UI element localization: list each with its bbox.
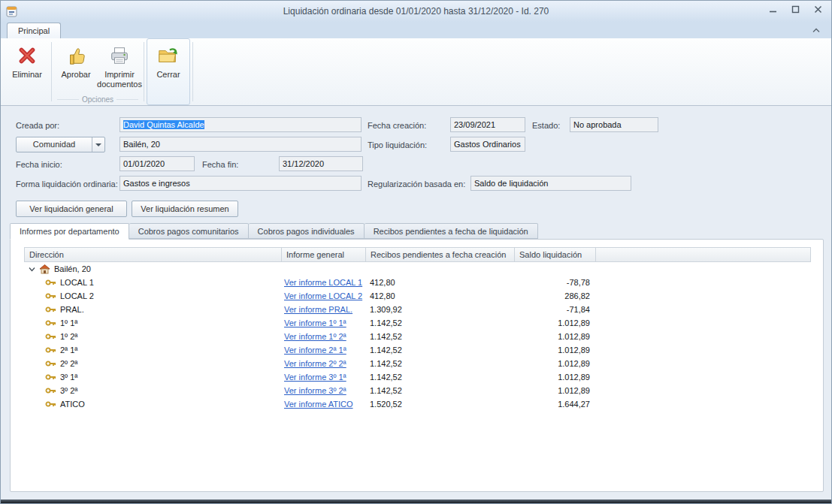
delete-x-icon: [15, 44, 39, 68]
fecha-fin-field[interactable]: 31/12/2020: [279, 156, 363, 171]
row-direccion-label: 2ª 1ª: [60, 346, 77, 355]
regularizacion-field[interactable]: Saldo de liquidación: [470, 176, 631, 191]
eliminar-label: Eliminar: [12, 70, 42, 80]
key-icon: [45, 373, 56, 381]
fecha-fin-label: Fecha fin:: [202, 157, 238, 172]
row-direccion-label: 3º 1ª: [60, 373, 77, 382]
table-row[interactable]: PRAL. Ver informe PRAL. 1.309,92 -71,84: [24, 303, 811, 316]
table-row[interactable]: LOCAL 2 Ver informe LOCAL 2 412,80 286,8…: [24, 289, 811, 303]
saldo-value: 1.012,89: [514, 346, 595, 355]
ribbon-tab-row: Principal: [1, 22, 831, 38]
comunidad-button[interactable]: Comunidad: [16, 137, 105, 152]
key-icon: [45, 279, 56, 286]
creada-por-field[interactable]: David Quintas Alcalde: [120, 117, 362, 132]
group-label: Bailén, 20: [54, 264, 91, 273]
table-row[interactable]: 3º 2ª Ver informe 3º 2ª 1.142,52 1.012,8…: [24, 384, 811, 397]
expand-chevron-icon[interactable]: [29, 267, 35, 272]
tab-recibos-pendientes[interactable]: Recibos pendientes a fecha de liquidació…: [365, 223, 538, 239]
recibos-value: 1.142,52: [365, 346, 514, 355]
saldo-value: -78,78: [514, 278, 595, 287]
creada-por-label: Creada por:: [16, 118, 59, 133]
recibos-value: 412,80: [365, 291, 514, 300]
table-row[interactable]: ATICO Ver informe ATICO 1.520,52 1.644,2…: [24, 397, 811, 411]
ver-informe-link[interactable]: Ver informe ATICO: [284, 400, 353, 409]
col-filler: [596, 248, 810, 261]
window-title: Liquidación ordinaria desde 01/01/2020 h…: [1, 6, 831, 17]
saldo-value: 1.012,89: [514, 386, 595, 395]
eliminar-button[interactable]: Eliminar: [5, 38, 49, 105]
imprimir-documentos-button[interactable]: Imprimir documentos: [98, 38, 141, 94]
close-folder-icon: [156, 44, 180, 68]
table-row[interactable]: LOCAL 1 Ver informe LOCAL 1 412,80 -78,7…: [24, 276, 811, 289]
aprobar-label: Aprobar: [61, 70, 90, 80]
recibos-value: 1.142,52: [365, 332, 514, 341]
recibos-value: 412,80: [365, 278, 514, 287]
cerrar-label: Cerrar: [156, 70, 180, 80]
imprimir-documentos-label: Imprimir documentos: [97, 70, 142, 89]
printer-icon: [107, 44, 132, 68]
tab-cobros-pagos-individuales[interactable]: Cobros pagos individuales: [249, 223, 365, 239]
fecha-creacion-field[interactable]: 23/09/2021: [450, 117, 525, 132]
recibos-value: 1.142,52: [365, 359, 514, 368]
saldo-value: 1.012,89: [514, 318, 595, 327]
recibos-value: 1.142,52: [365, 373, 514, 382]
table-row[interactable]: 3º 1ª Ver informe 3º 1ª 1.142,52 1.012,8…: [24, 370, 811, 384]
ver-informe-link[interactable]: Ver informe LOCAL 1: [284, 278, 362, 287]
row-direccion-label: ATICO: [60, 400, 85, 409]
tab-principal[interactable]: Principal: [7, 23, 61, 38]
ver-informe-link[interactable]: Ver informe 3º 2ª: [284, 386, 346, 395]
main-area: Creada por: David Quintas Alcalde Fecha …: [1, 106, 831, 501]
ver-informe-link[interactable]: Ver informe 2º 2ª: [284, 359, 346, 368]
minimize-button[interactable]: [767, 4, 779, 14]
table-row[interactable]: 2ª 1ª Ver informe 2ª 1ª 1.142,52 1.012,8…: [24, 343, 811, 357]
saldo-value: 1.644,27: [514, 400, 595, 409]
close-button[interactable]: [812, 4, 824, 14]
ver-informe-link[interactable]: Ver informe LOCAL 2: [284, 291, 362, 300]
cerrar-button[interactable]: Cerrar: [147, 38, 190, 105]
row-direccion-label: 2º 2ª: [60, 359, 77, 368]
grid-rows: Bailén, 20 LOCAL 1 Ver informe LOCAL 1 4…: [24, 262, 811, 411]
grid-header: Dirección Informe general Recibos pendie…: [24, 247, 811, 262]
key-icon: [45, 360, 56, 367]
ver-informe-link[interactable]: Ver informe 3º 1ª: [284, 373, 346, 382]
restore-button[interactable]: [789, 4, 801, 14]
col-recibos-pendientes[interactable]: Recibos pendientes a fecha creación: [366, 248, 515, 261]
recibos-value: 1.142,52: [365, 386, 514, 395]
thumbs-up-icon: [64, 44, 88, 68]
table-row[interactable]: 2º 2ª Ver informe 2º 2ª 1.142,52 1.012,8…: [24, 357, 811, 370]
estado-label: Estado:: [532, 118, 560, 133]
row-direccion-label: LOCAL 1: [60, 278, 94, 287]
col-informe-general[interactable]: Informe general: [282, 248, 366, 261]
fecha-creacion-label: Fecha creación:: [368, 118, 426, 133]
ver-liquidacion-general-button[interactable]: Ver liquidación general: [16, 201, 127, 217]
ver-informe-link[interactable]: Ver informe 2ª 1ª: [284, 346, 346, 355]
chevron-up-icon: [812, 28, 820, 33]
comunidad-field[interactable]: Bailén, 20: [120, 137, 362, 152]
forma-liquidacion-field[interactable]: Gastos e ingresos: [120, 176, 362, 191]
group-row[interactable]: Bailén, 20: [24, 262, 811, 276]
ribbon-collapse-button[interactable]: [809, 24, 824, 36]
tab-informes-por-departamento[interactable]: Informes por departamento: [10, 223, 129, 240]
ver-liquidacion-resumen-button[interactable]: Ver liquidación resumen: [132, 201, 238, 217]
table-row[interactable]: 1º 1ª Ver informe 1º 1ª 1.142,52 1.012,8…: [24, 316, 811, 330]
creada-por-value: David Quintas Alcalde: [123, 120, 204, 129]
estado-field[interactable]: No aprobada: [570, 117, 658, 132]
ver-informe-link[interactable]: Ver informe 1º 2ª: [284, 332, 346, 341]
report-tabstrip: Informes por departamento Cobros pagos c…: [10, 223, 538, 240]
fecha-inicio-field[interactable]: 01/01/2020: [120, 156, 195, 171]
aprobar-button[interactable]: Aprobar: [54, 38, 98, 94]
ribbon: Eliminar Aprobar Imprimir documentos O: [1, 38, 831, 106]
recibos-value: 1.309,92: [365, 305, 514, 314]
ver-informe-link[interactable]: Ver informe PRAL.: [284, 305, 352, 314]
departamentos-grid: Dirección Informe general Recibos pendie…: [24, 247, 811, 411]
col-saldo-liquidacion[interactable]: Saldo liquidación: [515, 248, 596, 261]
tipo-liquidacion-field[interactable]: Gastos Ordinarios: [450, 137, 525, 152]
ver-informe-link[interactable]: Ver informe 1º 1ª: [284, 318, 346, 327]
opciones-group: Aprobar Imprimir documentos Opciones: [54, 38, 141, 105]
fecha-inicio-label: Fecha inicio:: [16, 157, 62, 172]
tab-cobros-pagos-comunitarios[interactable]: Cobros pagos comunitarios: [129, 223, 249, 239]
col-direccion[interactable]: Dirección: [25, 248, 282, 261]
table-row[interactable]: 1º 2ª Ver informe 1º 2ª 1.142,52 1.012,8…: [24, 330, 811, 343]
comunidad-dropdown[interactable]: [92, 137, 104, 152]
row-direccion-label: PRAL.: [60, 305, 84, 314]
